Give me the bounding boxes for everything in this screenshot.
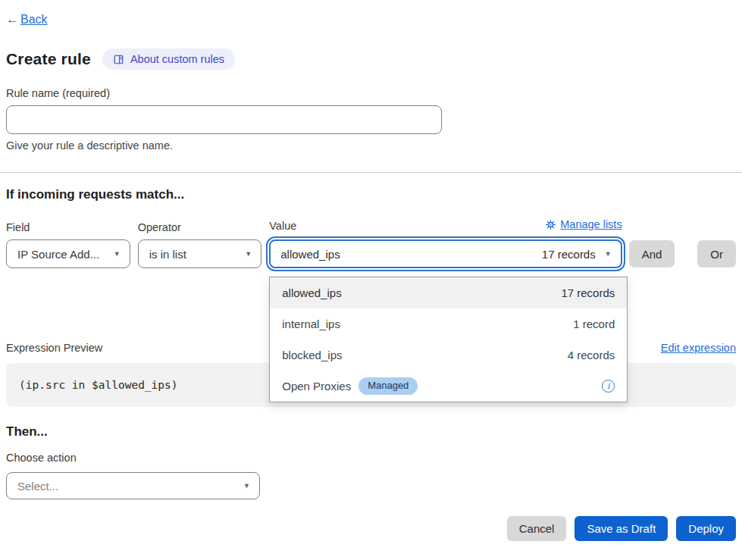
about-badge-label: About custom rules [130,53,224,65]
create-rule-page: ←Back Create rule About custom rules Rul… [0,0,742,541]
save-as-draft-button[interactable]: Save as Draft [575,516,668,541]
title-row: Create rule About custom rules [6,48,736,70]
choose-action-label: Choose action [6,452,736,464]
rule-name-input[interactable] [6,105,442,134]
list-option-name: Open Proxies [282,380,351,393]
value-column: Value Manage lists allowed_ips [269,218,621,268]
list-option-count: 1 record [573,318,615,330]
operator-select-value: is in list [149,248,186,261]
back-link[interactable]: ←Back [6,12,48,27]
list-option-name: blocked_ips [282,349,342,361]
value-selected-name: allowed_ips [280,248,340,261]
field-select[interactable]: IP Source Add... ▼ [6,239,130,268]
expression-preview-label: Expression Preview [6,342,102,354]
option-left: Open Proxies Managed [282,377,418,395]
operator-label: Operator [138,221,262,233]
chevron-down-icon: ▼ [605,251,612,258]
deploy-button[interactable]: Deploy [676,516,736,541]
manage-lists-link[interactable]: Manage lists [546,218,621,230]
operator-column: Operator is in list ▼ [138,221,262,268]
field-column: Field IP Source Add... ▼ [6,221,130,268]
value-selected-count: 17 records [542,248,596,261]
edit-expression-link[interactable]: Edit expression [661,342,736,354]
page-title: Create rule [6,50,91,68]
list-option-count: 17 records [561,286,615,299]
field-label: Field [6,221,130,233]
footer-actions: Cancel Save as Draft Deploy [6,516,736,541]
manage-lists-label: Manage lists [560,218,621,230]
value-label: Value [269,220,296,232]
info-icon[interactable]: i [602,380,615,393]
managed-badge: Managed [358,377,418,395]
value-combobox[interactable]: allowed_ips 17 records ▼ [269,239,621,268]
chevron-down-icon: ▼ [114,251,121,258]
rule-name-label: Rule name (required) [6,87,736,99]
back-arrow-icon: ← [6,12,19,27]
section-divider [0,172,742,173]
condition-row: Field IP Source Add... ▼ Operator is in … [6,218,736,268]
gear-icon [546,220,556,230]
match-section-heading: If incoming requests match... [6,187,736,202]
book-icon [113,54,124,65]
list-option-blocked-ips[interactable]: blocked_ips 4 records [270,339,627,371]
chevron-down-icon: ▼ [243,483,250,490]
cancel-button[interactable]: Cancel [507,516,567,541]
action-select-placeholder: Select... [17,480,58,493]
list-option-count: 4 records [568,349,615,361]
lists-dropdown: allowed_ips 17 records internal_ips 1 re… [269,277,628,402]
operator-select[interactable]: is in list ▼ [138,239,262,268]
rule-name-helper: Give your rule a descriptive name. [6,139,736,152]
then-section-heading: Then... [6,424,736,440]
back-link-label: Back [20,13,48,27]
about-custom-rules-link[interactable]: About custom rules [102,48,235,70]
and-button[interactable]: And [629,240,675,267]
value-label-row: Value Manage lists [269,218,621,233]
list-option-internal-ips[interactable]: internal_ips 1 record [270,308,627,339]
field-select-value: IP Source Add... [17,248,99,261]
list-option-name: allowed_ips [282,286,341,299]
action-select[interactable]: Select... ▼ [6,472,260,499]
list-option-open-proxies[interactable]: Open Proxies Managed i [270,371,627,402]
rule-name-group: Rule name (required) Give your rule a de… [6,87,736,152]
or-button[interactable]: Or [697,240,736,267]
list-option-allowed-ips[interactable]: allowed_ips 17 records [270,277,627,308]
value-right: 17 records ▼ [542,248,612,261]
chevron-down-icon: ▼ [245,251,252,258]
list-option-name: internal_ips [282,318,340,330]
